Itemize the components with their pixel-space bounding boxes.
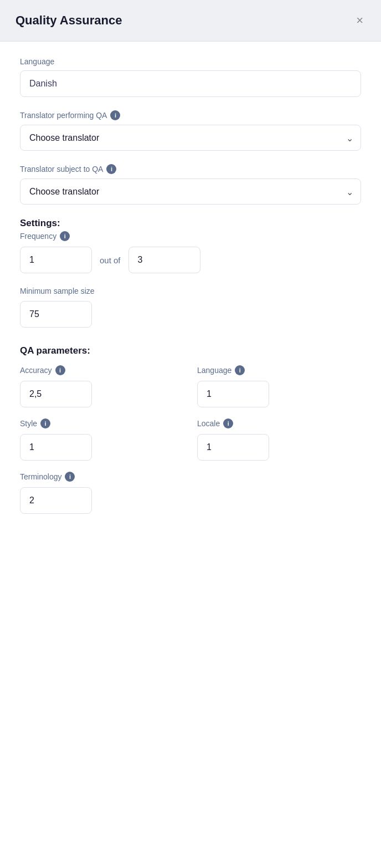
translator-subject-label: Translator subject to QA i: [20, 164, 361, 174]
settings-header: Settings:: [20, 218, 361, 229]
modal-title: Quality Assurance: [16, 13, 122, 28]
accuracy-label: Accuracy i: [20, 365, 184, 375]
min-sample-field-group: Minimum sample size: [20, 287, 361, 328]
accuracy-field: Accuracy i: [20, 365, 184, 407]
translator-qa-label: Translator performing QA i: [20, 110, 361, 120]
translator-subject-select[interactable]: Choose translator: [20, 178, 361, 205]
translator-qa-field-group: Translator performing QA i Choose transl…: [20, 110, 361, 151]
accuracy-input[interactable]: [20, 381, 92, 407]
translator-qa-select-wrapper: Choose translator ⌄: [20, 125, 361, 151]
style-field: Style i: [20, 418, 184, 461]
locale-input[interactable]: [197, 434, 269, 461]
language-label: Language: [20, 57, 361, 66]
translator-subject-info-icon: i: [106, 164, 116, 174]
locale-field: Locale i: [197, 418, 361, 461]
accuracy-language-row: Accuracy i Language i: [20, 365, 361, 407]
frequency-info-icon: i: [60, 231, 70, 241]
translator-subject-select-wrapper: Choose translator ⌄: [20, 178, 361, 205]
frequency-row: out of: [20, 247, 361, 273]
min-sample-input[interactable]: [20, 301, 92, 328]
out-of-text: out of: [100, 256, 121, 265]
language-input[interactable]: [20, 70, 361, 97]
language-field-group: Language: [20, 57, 361, 97]
terminology-field-group: Terminology i: [20, 472, 361, 514]
translator-subject-field-group: Translator subject to QA i Choose transl…: [20, 164, 361, 205]
language-qa-info-icon: i: [235, 365, 245, 375]
frequency-label: Frequency i: [20, 231, 361, 241]
quality-assurance-modal: Quality Assurance × Language Translator …: [0, 0, 381, 868]
locale-info-icon: i: [223, 418, 233, 428]
accuracy-info-icon: i: [55, 365, 65, 375]
translator-qa-select[interactable]: Choose translator: [20, 125, 361, 151]
style-info-icon: i: [40, 418, 50, 428]
language-qa-label: Language i: [197, 365, 361, 375]
language-qa-field: Language i: [197, 365, 361, 407]
settings-section: Settings: Frequency i out of Minimum sam…: [20, 218, 361, 341]
frequency-value1-input[interactable]: [20, 247, 92, 273]
frequency-value2-input[interactable]: [128, 247, 200, 273]
style-locale-row: Style i Locale i: [20, 418, 361, 461]
style-label: Style i: [20, 418, 184, 428]
frequency-field-group: Frequency i out of: [20, 231, 361, 273]
qa-params-section: QA parameters: Accuracy i Language i: [20, 345, 361, 527]
terminology-label: Terminology i: [20, 472, 361, 482]
language-qa-input[interactable]: [197, 381, 269, 407]
qa-params-header: QA parameters:: [20, 345, 361, 356]
terminology-info-icon: i: [65, 472, 75, 482]
terminology-input[interactable]: [20, 487, 92, 514]
close-button[interactable]: ×: [354, 12, 365, 29]
locale-label: Locale i: [197, 418, 361, 428]
translator-qa-info-icon: i: [110, 110, 120, 120]
modal-header: Quality Assurance ×: [0, 0, 381, 42]
min-sample-label: Minimum sample size: [20, 287, 361, 295]
modal-body: Language Translator performing QA i Choo…: [0, 42, 381, 547]
style-input[interactable]: [20, 434, 92, 461]
